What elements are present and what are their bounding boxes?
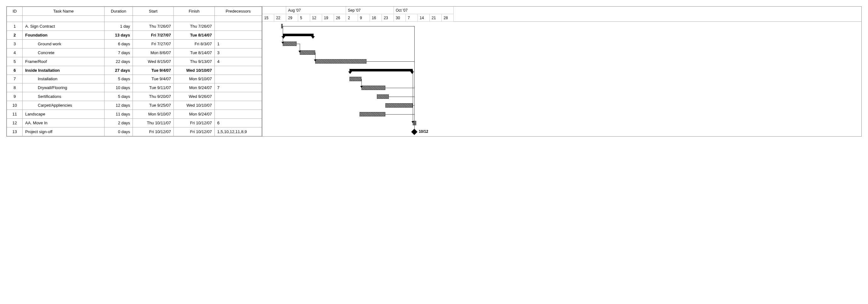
cell[interactable]: Carpet/Appliencies bbox=[23, 101, 104, 110]
cell[interactable]: 3 bbox=[7, 39, 23, 48]
cell[interactable]: Thu 7/26/07 bbox=[133, 22, 174, 31]
cell[interactable]: Ground work bbox=[23, 39, 104, 48]
cell[interactable]: 6 bbox=[7, 66, 23, 75]
cell[interactable] bbox=[215, 101, 262, 110]
cell[interactable] bbox=[215, 110, 262, 119]
table-row[interactable]: 5Frame/Roof22 daysWed 8/15/07Thu 9/13/07… bbox=[7, 57, 262, 66]
cell[interactable]: 0 days bbox=[104, 128, 133, 136]
cell[interactable]: Tue 9/25/07 bbox=[133, 101, 174, 110]
cell[interactable]: Installation bbox=[23, 75, 104, 83]
cell[interactable]: 5 bbox=[7, 57, 23, 66]
task-bar[interactable] bbox=[360, 112, 385, 116]
cell[interactable]: Concrete bbox=[23, 48, 104, 57]
cell[interactable]: Fri 10/12/07 bbox=[133, 128, 174, 136]
cell[interactable]: 1,5,10,12,11,8,9 bbox=[215, 128, 262, 136]
cell[interactable]: 22 days bbox=[104, 57, 133, 66]
cell[interactable]: 27 days bbox=[104, 66, 133, 75]
cell[interactable]: 2 bbox=[7, 31, 23, 39]
task-bar[interactable] bbox=[315, 59, 367, 64]
cell[interactable]: Wed 9/26/07 bbox=[174, 92, 215, 101]
cell[interactable]: Sertifications bbox=[23, 92, 104, 101]
cell[interactable]: 7 days bbox=[104, 48, 133, 57]
cell[interactable]: 3 bbox=[215, 48, 262, 57]
cell[interactable]: Wed 10/10/07 bbox=[174, 66, 215, 75]
table-row[interactable]: 10Carpet/Appliencies12 daysTue 9/25/07We… bbox=[7, 101, 262, 110]
cell[interactable]: 6 bbox=[215, 119, 262, 128]
cell[interactable]: Thu 9/20/07 bbox=[133, 92, 174, 101]
col-header-finish[interactable]: Finish bbox=[174, 7, 215, 16]
cell[interactable]: Wed 10/10/07 bbox=[174, 101, 215, 110]
cell[interactable]: 5 days bbox=[104, 75, 133, 83]
col-header-start[interactable]: Start bbox=[133, 7, 174, 16]
col-header-task[interactable]: Task Name bbox=[23, 7, 104, 16]
cell[interactable]: Tue 9/4/07 bbox=[133, 75, 174, 83]
cell[interactable]: 10 bbox=[7, 101, 23, 110]
cell[interactable]: A. Sign Contract bbox=[23, 22, 104, 31]
cell[interactable]: 4 bbox=[215, 57, 262, 66]
cell[interactable]: 13 bbox=[7, 128, 23, 136]
cell[interactable] bbox=[215, 66, 262, 75]
cell[interactable]: Mon 9/24/07 bbox=[174, 110, 215, 119]
cell[interactable]: Thu 9/13/07 bbox=[174, 57, 215, 66]
cell[interactable]: Fri 10/12/07 bbox=[174, 119, 215, 128]
task-bar[interactable] bbox=[300, 50, 315, 55]
table-row[interactable]: 3Ground work6 daysFri 7/27/07Fri 8/3/071 bbox=[7, 39, 262, 48]
cell[interactable]: 11 days bbox=[104, 110, 133, 119]
cell[interactable]: Tue 8/14/07 bbox=[174, 48, 215, 57]
table-row[interactable]: 7Installation5 daysTue 9/4/07Mon 9/10/07 bbox=[7, 75, 262, 83]
table-row[interactable]: 12AA. Move In2 daysThu 10/11/07Fri 10/12… bbox=[7, 119, 262, 128]
table-row[interactable]: 11Landscape11 daysMon 9/10/07Mon 9/24/07 bbox=[7, 110, 262, 119]
table-row[interactable]: 2Foundation13 daysFri 7/27/07Tue 8/14/07 bbox=[7, 31, 262, 39]
cell[interactable]: 8 bbox=[7, 83, 23, 92]
cell[interactable]: 6 days bbox=[104, 39, 133, 48]
cell[interactable]: 5 days bbox=[104, 92, 133, 101]
table-row[interactable]: 9Sertifications5 daysThu 9/20/07Wed 9/26… bbox=[7, 92, 262, 101]
cell[interactable]: Foundation bbox=[23, 31, 104, 39]
summary-bar[interactable] bbox=[283, 34, 314, 36]
cell[interactable] bbox=[215, 92, 262, 101]
task-bar[interactable] bbox=[283, 41, 296, 46]
task-bar[interactable] bbox=[362, 86, 385, 90]
cell[interactable]: Mon 9/24/07 bbox=[174, 83, 215, 92]
cell[interactable]: Frame/Roof bbox=[23, 57, 104, 66]
cell[interactable]: Fri 7/27/07 bbox=[133, 39, 174, 48]
cell[interactable]: Fri 8/3/07 bbox=[174, 39, 215, 48]
cell[interactable]: Tue 9/11/07 bbox=[133, 83, 174, 92]
cell[interactable]: Drywall/Flooring bbox=[23, 83, 104, 92]
cell[interactable]: 4 bbox=[7, 48, 23, 57]
col-header-duration[interactable]: Duration bbox=[104, 7, 133, 16]
cell[interactable]: 1 day bbox=[104, 22, 133, 31]
cell[interactable]: AA. Move In bbox=[23, 119, 104, 128]
cell[interactable]: Mon 9/10/07 bbox=[174, 75, 215, 83]
table-row[interactable]: 13Project sign-off0 daysFri 10/12/07Fri … bbox=[7, 128, 262, 136]
cell[interactable]: 10 days bbox=[104, 83, 133, 92]
cell[interactable]: Landscape bbox=[23, 110, 104, 119]
table-row[interactable]: 8Drywall/Flooring10 daysTue 9/11/07Mon 9… bbox=[7, 83, 262, 92]
table-row[interactable]: 4Concrete7 daysMon 8/6/07Tue 8/14/073 bbox=[7, 48, 262, 57]
cell[interactable]: Fri 7/27/07 bbox=[133, 31, 174, 39]
cell[interactable]: 11 bbox=[7, 110, 23, 119]
summary-bar[interactable] bbox=[349, 69, 413, 71]
col-header-id[interactable]: ID bbox=[7, 7, 23, 16]
cell[interactable] bbox=[215, 22, 262, 31]
cell[interactable]: 2 days bbox=[104, 119, 133, 128]
cell[interactable]: Thu 7/26/07 bbox=[174, 22, 215, 31]
cell[interactable]: Inside Installation bbox=[23, 66, 104, 75]
cell[interactable]: 12 days bbox=[104, 101, 133, 110]
cell[interactable]: 13 days bbox=[104, 31, 133, 39]
gantt-chart[interactable]: Aug '07Sep '07Oct '07 152229512192629162… bbox=[262, 7, 861, 136]
cell[interactable] bbox=[215, 31, 262, 39]
cell[interactable]: 12 bbox=[7, 119, 23, 128]
cell[interactable]: Project sign-off bbox=[23, 128, 104, 136]
cell[interactable]: 7 bbox=[215, 83, 262, 92]
cell[interactable]: Fri 10/12/07 bbox=[174, 128, 215, 136]
task-bar[interactable] bbox=[377, 94, 389, 99]
task-bar[interactable] bbox=[349, 77, 362, 81]
task-bar[interactable] bbox=[385, 103, 413, 108]
cell[interactable]: 1 bbox=[7, 22, 23, 31]
cell[interactable]: Wed 8/15/07 bbox=[133, 57, 174, 66]
cell[interactable]: 7 bbox=[7, 75, 23, 83]
cell[interactable]: Thu 10/11/07 bbox=[133, 119, 174, 128]
cell[interactable]: Tue 9/4/07 bbox=[133, 66, 174, 75]
cell[interactable]: 9 bbox=[7, 92, 23, 101]
